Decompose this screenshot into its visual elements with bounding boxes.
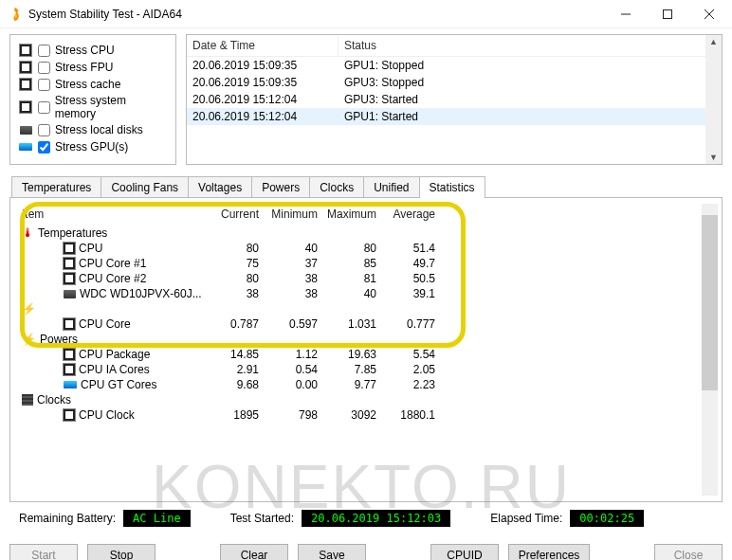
panel-scrollbar[interactable] bbox=[702, 204, 718, 496]
cell-avg: 50.5 bbox=[386, 272, 445, 285]
stress-row-2: Stress cache bbox=[18, 77, 168, 92]
event-status: GPU3: Started bbox=[339, 91, 722, 108]
cell-cur: 80 bbox=[210, 272, 268, 285]
clear-button[interactable]: Clear bbox=[220, 544, 288, 560]
stats-row[interactable]: CPU Core #280388150.5 bbox=[14, 271, 702, 286]
event-row[interactable]: 20.06.2019 15:09:35GPU1: Stopped bbox=[187, 57, 722, 74]
stats-header-max[interactable]: Maximum bbox=[327, 208, 386, 221]
cpuid-button[interactable]: CPUID bbox=[430, 544, 499, 560]
cell-cur: 1895 bbox=[210, 408, 268, 422]
event-datetime: 20.06.2019 15:09:35 bbox=[187, 74, 339, 91]
stats-row[interactable]: CPU80408051.4 bbox=[14, 241, 702, 256]
cpu-icon bbox=[18, 99, 33, 115]
stats-row[interactable]: CPU Core #175378549.7 bbox=[14, 256, 702, 271]
close-button-bottom[interactable]: Close bbox=[654, 544, 723, 560]
cell-min: 38 bbox=[268, 287, 327, 300]
stress-checkbox-4[interactable] bbox=[38, 124, 50, 136]
cell-avg: 2.05 bbox=[386, 363, 445, 376]
cell-avg: 51.4 bbox=[386, 242, 445, 255]
cell-cur: 38 bbox=[210, 287, 268, 300]
thermometer-icon: 🌡 bbox=[22, 226, 34, 240]
tab-temperatures[interactable]: Temperatures bbox=[11, 176, 101, 198]
event-datetime: 20.06.2019 15:12:04 bbox=[187, 91, 339, 108]
stats-group[interactable]: Clocks bbox=[14, 392, 702, 407]
cell-max: 19.63 bbox=[327, 348, 386, 361]
row-name: CPU IA Cores bbox=[79, 363, 150, 376]
stats-group[interactable]: ⚡ bbox=[14, 301, 702, 316]
stress-checkbox-2[interactable] bbox=[38, 79, 50, 91]
cell-min: 0.54 bbox=[268, 363, 327, 376]
gpu-icon bbox=[18, 139, 33, 154]
event-row[interactable]: 20.06.2019 15:12:04GPU3: Started bbox=[187, 91, 722, 108]
maximize-button[interactable] bbox=[647, 1, 688, 27]
event-row[interactable]: 20.06.2019 15:12:04GPU1: Started bbox=[187, 108, 722, 125]
event-row[interactable]: 20.06.2019 15:09:35GPU3: Stopped bbox=[187, 74, 722, 91]
events-col-datetime[interactable]: Date & Time bbox=[187, 35, 339, 56]
minimize-button[interactable] bbox=[605, 1, 647, 27]
scroll-up-icon[interactable]: ▲ bbox=[707, 35, 720, 48]
save-button[interactable]: Save bbox=[298, 544, 366, 560]
row-name: CPU Clock bbox=[79, 408, 135, 422]
stress-label: Stress system memory bbox=[55, 94, 168, 120]
cell-min: 1.12 bbox=[268, 348, 327, 361]
clock-icon bbox=[22, 394, 33, 406]
stress-row-0: Stress CPU bbox=[18, 43, 168, 58]
cell-cur: 80 bbox=[210, 242, 268, 255]
stats-row[interactable]: CPU Package14.851.1219.635.54 bbox=[14, 347, 702, 362]
group-label: Clocks bbox=[37, 393, 71, 406]
tab-unified[interactable]: Unified bbox=[363, 176, 419, 198]
stats-group[interactable]: ⚡Powers bbox=[14, 332, 702, 347]
stats-row[interactable]: CPU Clock189579830921880.1 bbox=[14, 407, 702, 423]
gpu-icon bbox=[64, 381, 77, 388]
cpu-icon bbox=[64, 243, 75, 254]
tab-clocks[interactable]: Clocks bbox=[309, 176, 364, 198]
bottom-toolbar: Start Stop Clear Save CPUID Preferences … bbox=[0, 540, 732, 560]
stress-checkbox-3[interactable] bbox=[38, 101, 50, 114]
stats-row[interactable]: WDC WD10JPVX-60J...38384039.1 bbox=[14, 286, 702, 301]
stop-button[interactable]: Stop bbox=[87, 544, 156, 560]
events-scrollbar[interactable]: ▲▼ bbox=[705, 35, 722, 164]
tab-statistics[interactable]: Statistics bbox=[419, 176, 485, 198]
stress-label: Stress local disks bbox=[55, 123, 143, 136]
battery-value: AC Line bbox=[123, 510, 191, 527]
cpu-icon bbox=[18, 60, 33, 75]
elapsed-value: 00:02:25 bbox=[570, 510, 644, 527]
titlebar: System Stability Test - AIDA64 bbox=[0, 0, 732, 28]
cell-avg: 5.54 bbox=[386, 348, 445, 361]
scroll-down-icon[interactable]: ▼ bbox=[707, 151, 720, 164]
stress-checkbox-0[interactable] bbox=[38, 45, 50, 57]
event-datetime: 20.06.2019 15:09:35 bbox=[187, 57, 339, 74]
tab-powers[interactable]: Powers bbox=[251, 176, 310, 198]
stress-label: Stress GPU(s) bbox=[55, 140, 128, 154]
events-log: Date & Time Status 20.06.2019 15:09:35GP… bbox=[186, 34, 723, 165]
tab-cooling-fans[interactable]: Cooling Fans bbox=[101, 176, 189, 198]
stats-header-item[interactable]: Item bbox=[14, 208, 210, 221]
preferences-button[interactable]: Preferences bbox=[508, 544, 590, 560]
cell-avg: 49.7 bbox=[386, 257, 445, 270]
row-name: CPU Core bbox=[79, 317, 131, 331]
row-name: CPU Core #2 bbox=[79, 272, 146, 285]
tab-voltages[interactable]: Voltages bbox=[188, 176, 252, 198]
cell-cur: 75 bbox=[210, 257, 268, 270]
event-status: GPU3: Stopped bbox=[339, 74, 722, 91]
row-name: WDC WD10JPVX-60J... bbox=[80, 287, 202, 300]
stats-header-cur[interactable]: Current bbox=[210, 208, 268, 221]
stats-header-avg[interactable]: Average bbox=[386, 208, 445, 221]
stress-checkbox-5[interactable] bbox=[38, 141, 50, 154]
stats-header-min[interactable]: Minimum bbox=[268, 208, 327, 221]
stats-row[interactable]: CPU IA Cores2.910.547.852.05 bbox=[14, 362, 702, 377]
events-col-status[interactable]: Status bbox=[339, 35, 722, 56]
group-label: Temperatures bbox=[38, 226, 107, 240]
stats-row[interactable]: CPU Core0.7870.5971.0310.777 bbox=[14, 316, 702, 332]
stress-row-3: Stress system memory bbox=[18, 94, 168, 120]
event-status: GPU1: Started bbox=[339, 108, 722, 125]
close-button[interactable] bbox=[688, 1, 730, 27]
start-button[interactable]: Start bbox=[9, 544, 78, 560]
stats-row[interactable]: CPU GT Cores9.680.009.772.23 bbox=[14, 377, 702, 392]
cpu-icon bbox=[64, 258, 75, 269]
stress-checkbox-1[interactable] bbox=[38, 62, 50, 74]
cell-min: 0.597 bbox=[268, 317, 327, 331]
stats-group[interactable]: 🌡Temperatures bbox=[14, 225, 702, 241]
cell-max: 9.77 bbox=[327, 378, 386, 391]
bolt-icon: ⚡ bbox=[22, 302, 36, 316]
